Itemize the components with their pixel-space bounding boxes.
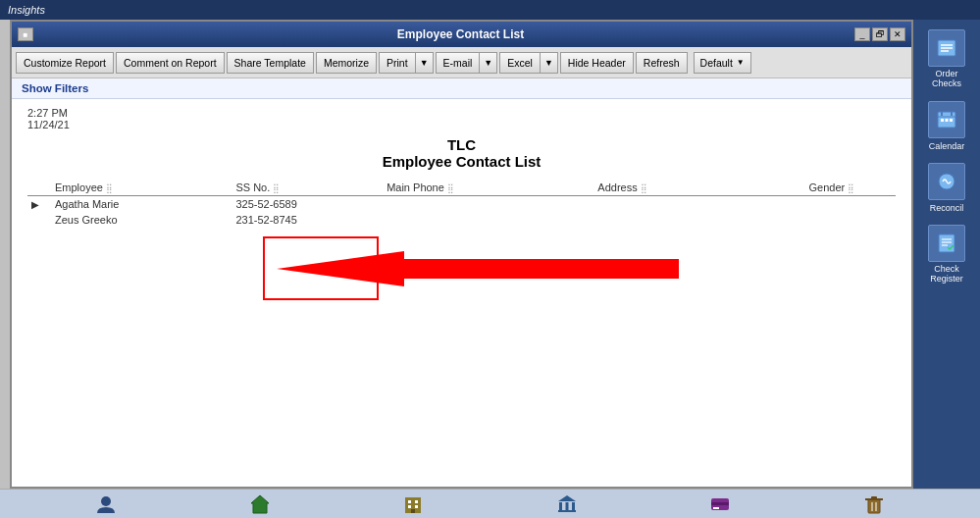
svg-rect-21 xyxy=(415,500,418,503)
row2-gender xyxy=(801,212,896,228)
memorize-button[interactable]: Memorize xyxy=(316,52,377,74)
svg-rect-20 xyxy=(408,500,411,503)
svg-rect-27 xyxy=(565,502,568,510)
svg-rect-10 xyxy=(950,119,953,122)
bottom-icon-card[interactable] xyxy=(707,492,733,517)
calendar-icon xyxy=(928,101,965,138)
check-register-icon xyxy=(928,225,965,262)
report-date: 11/24/21 xyxy=(27,119,896,130)
svg-rect-9 xyxy=(946,119,949,122)
row1-main-phone xyxy=(379,196,590,213)
col-header-address[interactable]: Address ⣿ xyxy=(590,180,800,196)
calendar-label: Calendar xyxy=(929,141,965,151)
sidebar-item-reconcil[interactable]: Reconcil xyxy=(928,163,965,213)
row2-address xyxy=(590,212,800,228)
row2-employee: Zeus Greeko xyxy=(47,212,228,228)
toolbar: Customize Report Comment on Report Share… xyxy=(12,47,911,78)
filters-bar: Show Filters xyxy=(12,78,911,99)
ss-no-highlight-box xyxy=(263,236,379,300)
window-title: Employee Contact List xyxy=(67,27,854,41)
col-header-bullet xyxy=(27,180,47,196)
table-row: ▶ Agatha Marie 325-52-6589 xyxy=(27,196,896,213)
svg-marker-18 xyxy=(251,495,269,513)
reconcil-icon xyxy=(928,163,965,200)
row1-address xyxy=(590,196,800,213)
sidebar-item-check-register[interactable]: CheckRegister xyxy=(928,225,965,285)
app-insights-label: Insights xyxy=(0,4,45,16)
row1-gender xyxy=(801,196,896,213)
svg-rect-35 xyxy=(871,496,877,499)
svg-rect-26 xyxy=(559,502,562,510)
share-template-button[interactable]: Share Template xyxy=(227,52,314,74)
svg-rect-28 xyxy=(572,502,575,510)
email-arrow-button[interactable]: ▼ xyxy=(479,52,497,74)
restore-button[interactable]: 🗗 xyxy=(872,27,888,41)
svg-rect-22 xyxy=(408,505,411,508)
bottom-icon-user[interactable] xyxy=(93,492,119,517)
print-split-button: Print ▼ xyxy=(379,52,434,74)
window-icon: ■ xyxy=(18,27,33,41)
bottom-icon-home[interactable] xyxy=(247,492,273,517)
excel-arrow-button[interactable]: ▼ xyxy=(540,52,558,74)
default-select[interactable]: Default ▼ xyxy=(694,52,751,74)
svg-rect-32 xyxy=(713,507,719,509)
svg-rect-24 xyxy=(411,509,415,513)
print-button[interactable]: Print xyxy=(379,52,415,74)
right-sidebar: OrderChecks Calendar Reconcil CheckRegis… xyxy=(913,20,980,489)
minimize-button[interactable]: _ xyxy=(854,27,870,41)
report-name: Employee Contact List xyxy=(27,153,896,170)
close-button[interactable]: ✕ xyxy=(890,27,905,41)
refresh-button[interactable]: Refresh xyxy=(636,52,688,74)
comment-on-report-button[interactable]: Comment on Report xyxy=(116,52,225,74)
bottom-icon-trash[interactable] xyxy=(861,492,887,517)
svg-rect-33 xyxy=(868,499,880,513)
bottom-icon-building[interactable] xyxy=(400,492,426,517)
red-arrow-annotation xyxy=(277,251,679,286)
row1-employee: Agatha Marie xyxy=(47,196,228,213)
row1-ss-no: 325-52-6589 xyxy=(228,196,379,213)
col-header-main-phone[interactable]: Main Phone ⣿ xyxy=(379,180,590,196)
order-checks-label: OrderChecks xyxy=(932,70,961,89)
customize-report-button[interactable]: Customize Report xyxy=(16,52,114,74)
hide-header-button[interactable]: Hide Header xyxy=(560,52,634,74)
svg-marker-16 xyxy=(277,251,679,286)
title-bar: ■ Employee Contact List _ 🗗 ✕ xyxy=(12,22,911,47)
print-arrow-button[interactable]: ▼ xyxy=(415,52,434,74)
row2-ss-no: 231-52-8745 xyxy=(228,212,379,228)
svg-rect-31 xyxy=(711,502,729,505)
svg-rect-12 xyxy=(939,234,954,252)
col-header-ss-no[interactable]: SS No. ⣿ xyxy=(228,180,379,196)
sidebar-item-order-checks[interactable]: OrderChecks xyxy=(928,29,965,89)
excel-split-button: Excel ▼ xyxy=(499,52,558,74)
table-row: Zeus Greeko 231-52-8745 xyxy=(27,212,896,228)
col-header-gender[interactable]: Gender ⣿ xyxy=(801,180,896,196)
row1-bullet: ▶ xyxy=(27,196,47,213)
main-window: ■ Employee Contact List _ 🗗 ✕ Customize … xyxy=(10,20,913,489)
report-title-block: TLC Employee Contact List xyxy=(27,136,896,170)
check-register-label: CheckRegister xyxy=(930,265,963,285)
email-button[interactable]: E-mail xyxy=(436,52,480,74)
svg-marker-25 xyxy=(558,495,576,501)
bottom-taskbar xyxy=(0,489,980,518)
reconcil-label: Reconcil xyxy=(930,203,964,213)
report-content: 2:27 PM 11/24/21 TLC Employee Contact Li… xyxy=(12,99,911,487)
excel-button[interactable]: Excel xyxy=(499,52,540,74)
show-filters-link[interactable]: Show Filters xyxy=(22,82,88,94)
bottom-icon-bank[interactable] xyxy=(554,492,580,517)
company-name: TLC xyxy=(27,136,896,153)
email-split-button: E-mail ▼ xyxy=(436,52,498,74)
sidebar-item-calendar[interactable]: Calendar xyxy=(928,101,965,151)
svg-point-17 xyxy=(101,496,111,506)
svg-rect-23 xyxy=(415,505,418,508)
order-checks-icon xyxy=(928,29,965,67)
row2-main-phone xyxy=(379,212,590,228)
report-time: 2:27 PM xyxy=(27,107,896,119)
svg-rect-29 xyxy=(558,510,576,512)
col-header-employee[interactable]: Employee ⣿ xyxy=(47,180,228,196)
svg-rect-8 xyxy=(941,119,944,122)
row2-bullet xyxy=(27,212,47,228)
employee-table: Employee ⣿ SS No. ⣿ Main Phone ⣿ Address… xyxy=(27,180,896,228)
